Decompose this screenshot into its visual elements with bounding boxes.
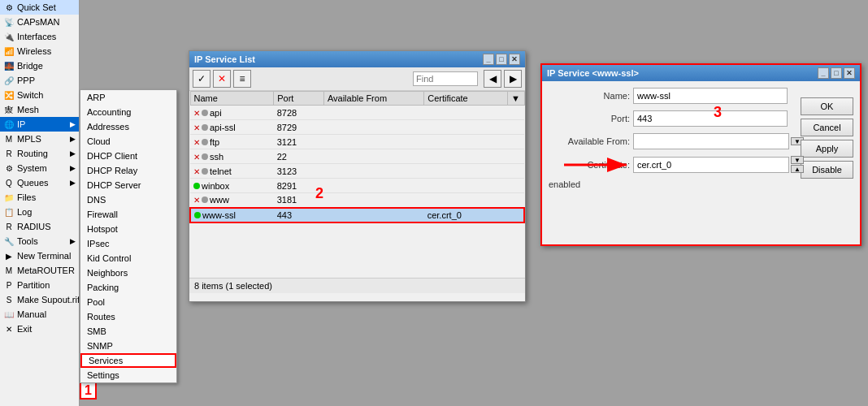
- submenu-item-ipsec[interactable]: IPsec: [80, 236, 176, 251]
- table-row[interactable]: ✕ftp 3121: [190, 135, 524, 149]
- sidebar-label-quickset: Quick Set: [17, 2, 56, 12]
- filter-button[interactable]: ≡: [233, 70, 251, 88]
- sidebar-item-files[interactable]: 📁 Files: [0, 190, 79, 205]
- minimize-button[interactable]: _: [483, 54, 494, 65]
- sidebar-item-partition[interactable]: P Partition: [0, 278, 79, 292]
- sidebar-label-metarouter: MetaROUTER: [17, 266, 75, 275]
- submenu-item-snmp[interactable]: SNMP: [80, 339, 176, 353]
- table-row[interactable]: ✕api 8728: [190, 106, 524, 120]
- submenu-item-smb[interactable]: SMB: [80, 324, 176, 339]
- sidebar-item-bridge[interactable]: 🌉 Bridge: [0, 58, 79, 73]
- submenu-item-accounting[interactable]: Accounting: [80, 105, 176, 119]
- sidebar-label-files: Files: [17, 192, 36, 202]
- cell-port: 8729: [274, 120, 324, 135]
- submenu-item-arp[interactable]: ARP: [80, 90, 176, 105]
- submenu-item-dhcprelay[interactable]: DHCP Relay: [80, 163, 176, 178]
- detail-restore-button[interactable]: □: [831, 67, 842, 79]
- table-row[interactable]: winbox 8291: [190, 179, 524, 193]
- table-header-row: Name Port Available From Certificate ▼: [190, 92, 524, 106]
- sidebar-item-newterminal[interactable]: ▶ New Terminal: [0, 248, 79, 263]
- submenu-item-routes[interactable]: Routes: [80, 309, 176, 324]
- col-header-available-from[interactable]: Available From: [323, 92, 423, 106]
- sidebar-item-wireless[interactable]: 📶 Wireless: [0, 44, 79, 58]
- sidebar-item-metarouter[interactable]: M MetaROUTER: [0, 263, 79, 278]
- partition-icon: P: [3, 279, 15, 291]
- detail-minimize-button[interactable]: _: [818, 67, 829, 79]
- sidebar-item-mesh[interactable]: 🕸 Mesh: [0, 102, 79, 117]
- sidebar-label-partition: Partition: [17, 280, 50, 290]
- quickset-icon: ⚙: [3, 2, 15, 13]
- sidebar-item-exit[interactable]: ✕ Exit: [0, 322, 79, 336]
- sidebar-item-manual[interactable]: 📖 Manual: [0, 307, 79, 322]
- cell-port: 3123: [274, 164, 324, 179]
- name-input[interactable]: [633, 88, 788, 104]
- delete-button[interactable]: ✕: [213, 70, 231, 88]
- table-row-selected[interactable]: www-ssl 443 cer.crt_0: [190, 208, 524, 222]
- sidebar-item-ip[interactable]: 🌐 IP ▶: [0, 117, 79, 132]
- system-icon: ⚙: [3, 162, 15, 174]
- scroll-left-button[interactable]: ◀: [484, 70, 501, 88]
- status-dot: [202, 139, 208, 145]
- detail-content: OK Cancel Apply Disable Name: Port: Avai…: [542, 81, 860, 192]
- service-table-container[interactable]: Name Port Available From Certificate ▼ ✕…: [189, 91, 525, 278]
- submenu-item-packing[interactable]: Packing: [80, 280, 176, 295]
- table-row[interactable]: ✕ssh 22: [190, 149, 524, 164]
- cell-cert: [424, 193, 508, 208]
- port-input[interactable]: [633, 110, 788, 127]
- submenu-item-services[interactable]: Services: [80, 353, 176, 368]
- cell-available: [323, 179, 423, 193]
- submenu-item-pool[interactable]: Pool: [80, 295, 176, 309]
- submenu-item-settings[interactable]: Settings: [80, 368, 176, 382]
- submenu-item-dhcpserver[interactable]: DHCP Server: [80, 178, 176, 192]
- certificate-down-button[interactable]: ▼: [791, 156, 804, 164]
- sidebar-item-switch[interactable]: 🔀 Switch: [0, 88, 79, 102]
- exit-icon: ✕: [3, 323, 15, 335]
- sidebar-item-radius[interactable]: R RADIUS: [0, 219, 79, 234]
- disable-button[interactable]: Disable: [801, 161, 853, 179]
- submenu-item-firewall[interactable]: Firewall: [80, 207, 176, 222]
- scroll-right-button[interactable]: ▶: [504, 70, 522, 88]
- submenu-item-dhcpclient[interactable]: DHCP Client: [80, 149, 176, 163]
- close-button[interactable]: ✕: [509, 54, 520, 65]
- table-row[interactable]: ✕telnet 3123: [190, 164, 524, 179]
- col-header-certificate[interactable]: Certificate: [424, 92, 508, 106]
- certificate-input[interactable]: [633, 157, 789, 173]
- certificate-label: Certificate:: [549, 160, 630, 170]
- ok-button[interactable]: OK: [801, 97, 853, 115]
- ip-submenu: ARP Accounting Addresses Cloud DHCP Clie…: [80, 89, 177, 383]
- sidebar-item-interfaces[interactable]: 🔌 Interfaces: [0, 29, 79, 44]
- available-from-input[interactable]: [633, 133, 789, 149]
- service-table: Name Port Available From Certificate ▼ ✕…: [189, 91, 525, 223]
- add-button[interactable]: ✓: [193, 70, 210, 88]
- certificate-up-button[interactable]: ▲: [791, 165, 804, 173]
- sidebar-item-tools[interactable]: 🔧 Tools ▶: [0, 234, 79, 248]
- sidebar-item-log[interactable]: 📋 Log: [0, 205, 79, 219]
- apply-button[interactable]: Apply: [801, 140, 853, 158]
- sidebar-item-system[interactable]: ⚙ System ▶: [0, 161, 79, 175]
- sidebar-item-quickset[interactable]: ⚙ Quick Set: [0, 0, 79, 15]
- ip-service-detail-titlebar: IP Service <www-ssl> _ □ ✕: [542, 65, 860, 81]
- submenu-item-hotspot[interactable]: Hotspot: [80, 222, 176, 236]
- submenu-item-cloud[interactable]: Cloud: [80, 134, 176, 149]
- sidebar-item-supout[interactable]: S Make Supout.rif: [0, 292, 79, 307]
- sidebar-item-queues[interactable]: Q Queues ▶: [0, 175, 79, 190]
- sidebar-item-routing[interactable]: R Routing ▶: [0, 146, 79, 161]
- table-row[interactable]: ✕www 3181: [190, 193, 524, 208]
- sidebar-item-mpls[interactable]: M MPLS ▶: [0, 132, 79, 146]
- restore-button[interactable]: □: [496, 54, 507, 65]
- sidebar-item-capsman[interactable]: 📡 CAPsMAN: [0, 15, 79, 29]
- submenu-item-addresses[interactable]: Addresses: [80, 119, 176, 134]
- table-row[interactable]: ✕api-ssl 8729: [190, 120, 524, 135]
- submenu-item-neighbors[interactable]: Neighbors: [80, 266, 176, 280]
- col-header-port[interactable]: Port: [274, 92, 324, 106]
- cancel-button[interactable]: Cancel: [801, 119, 853, 136]
- submenu-item-dns[interactable]: DNS: [80, 192, 176, 207]
- sidebar-label-radius: RADIUS: [17, 222, 51, 231]
- col-header-name[interactable]: Name: [190, 92, 274, 106]
- status-dot: [202, 124, 208, 131]
- detail-close-button[interactable]: ✕: [844, 67, 855, 79]
- cell-name: ✕ftp: [190, 135, 274, 149]
- find-input[interactable]: [413, 71, 478, 86]
- sidebar-item-ppp[interactable]: 🔗 PPP: [0, 73, 79, 88]
- submenu-item-kidcontrol[interactable]: Kid Control: [80, 251, 176, 266]
